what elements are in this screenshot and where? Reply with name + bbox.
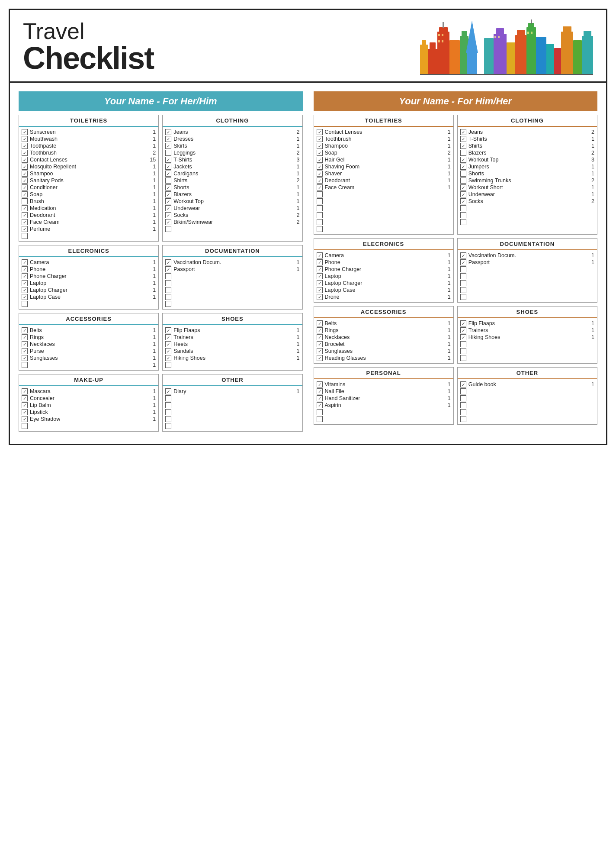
checkbox[interactable]: [460, 348, 466, 354]
checkbox[interactable]: [165, 178, 171, 184]
checkbox[interactable]: [317, 273, 323, 279]
checkbox[interactable]: [165, 219, 171, 225]
checkbox[interactable]: [460, 327, 466, 333]
checkbox[interactable]: [460, 164, 466, 170]
checkbox[interactable]: [460, 416, 466, 422]
checkbox[interactable]: [317, 355, 323, 361]
checkbox[interactable]: [22, 334, 28, 340]
checkbox[interactable]: [22, 150, 28, 156]
checkbox[interactable]: [317, 266, 323, 272]
checkbox[interactable]: [460, 198, 466, 204]
checkbox[interactable]: [317, 157, 323, 163]
checkbox[interactable]: [317, 191, 323, 197]
checkbox[interactable]: [460, 191, 466, 197]
checkbox[interactable]: [460, 355, 466, 361]
checkbox[interactable]: [317, 334, 323, 340]
checkbox[interactable]: [317, 388, 323, 394]
checkbox[interactable]: [165, 157, 171, 163]
checkbox[interactable]: [165, 259, 171, 265]
checkbox[interactable]: [22, 219, 28, 225]
checkbox[interactable]: [460, 259, 466, 265]
checkbox[interactable]: [22, 191, 28, 197]
checkbox[interactable]: [460, 341, 466, 347]
checkbox[interactable]: [460, 252, 466, 258]
checkbox[interactable]: [317, 280, 323, 286]
checkbox[interactable]: [460, 273, 466, 279]
checkbox[interactable]: [22, 266, 28, 272]
checkbox[interactable]: [317, 381, 323, 387]
checkbox[interactable]: [460, 381, 466, 387]
checkbox[interactable]: [460, 157, 466, 163]
checkbox[interactable]: [317, 212, 323, 218]
checkbox[interactable]: [22, 259, 28, 265]
checkbox[interactable]: [317, 136, 323, 142]
checkbox[interactable]: [317, 219, 323, 225]
checkbox[interactable]: [165, 129, 171, 135]
checkbox[interactable]: [317, 164, 323, 170]
checkbox[interactable]: [165, 327, 171, 333]
checkbox[interactable]: [460, 388, 466, 394]
checkbox[interactable]: [22, 423, 28, 429]
checkbox[interactable]: [22, 327, 28, 333]
checkbox[interactable]: [165, 191, 171, 197]
checkbox[interactable]: [22, 171, 28, 177]
checkbox[interactable]: [22, 362, 28, 368]
checkbox[interactable]: [165, 362, 171, 368]
checkbox[interactable]: [165, 226, 171, 232]
checkbox[interactable]: [317, 198, 323, 204]
checkbox[interactable]: [460, 320, 466, 326]
checkbox[interactable]: [165, 212, 171, 218]
checkbox[interactable]: [165, 334, 171, 340]
checkbox[interactable]: [317, 171, 323, 177]
checkbox[interactable]: [165, 266, 171, 272]
checkbox[interactable]: [460, 178, 466, 184]
checkbox[interactable]: [165, 136, 171, 142]
checkbox[interactable]: [317, 416, 323, 422]
checkbox[interactable]: [22, 287, 28, 293]
checkbox[interactable]: [165, 402, 171, 408]
checkbox[interactable]: [317, 150, 323, 156]
checkbox[interactable]: [460, 334, 466, 340]
checkbox[interactable]: [460, 395, 466, 401]
checkbox[interactable]: [22, 402, 28, 408]
checkbox[interactable]: [22, 136, 28, 142]
checkbox[interactable]: [165, 164, 171, 170]
checkbox[interactable]: [22, 178, 28, 184]
checkbox[interactable]: [22, 348, 28, 354]
checkbox[interactable]: [460, 219, 466, 225]
checkbox[interactable]: [460, 150, 466, 156]
checkbox[interactable]: [317, 129, 323, 135]
checkbox[interactable]: [22, 355, 28, 361]
checkbox[interactable]: [317, 402, 323, 408]
checkbox[interactable]: [317, 327, 323, 333]
checkbox[interactable]: [317, 409, 323, 415]
checkbox[interactable]: [460, 212, 466, 218]
checkbox[interactable]: [22, 388, 28, 394]
checkbox[interactable]: [460, 294, 466, 300]
checkbox[interactable]: [165, 423, 171, 429]
checkbox[interactable]: [22, 294, 28, 300]
checkbox[interactable]: [22, 341, 28, 347]
checkbox[interactable]: [165, 171, 171, 177]
checkbox[interactable]: [165, 395, 171, 401]
checkbox[interactable]: [317, 226, 323, 232]
checkbox[interactable]: [165, 205, 171, 211]
checkbox[interactable]: [22, 280, 28, 286]
checkbox[interactable]: [317, 205, 323, 211]
checkbox[interactable]: [165, 301, 171, 307]
checkbox[interactable]: [22, 164, 28, 170]
checkbox[interactable]: [22, 212, 28, 218]
checkbox[interactable]: [165, 280, 171, 286]
checkbox[interactable]: [22, 273, 28, 279]
checkbox[interactable]: [22, 395, 28, 401]
checkbox[interactable]: [165, 341, 171, 347]
checkbox[interactable]: [460, 136, 466, 142]
checkbox[interactable]: [317, 143, 323, 149]
checkbox[interactable]: [165, 355, 171, 361]
checkbox[interactable]: [317, 395, 323, 401]
checkbox[interactable]: [22, 226, 28, 232]
checkbox[interactable]: [165, 348, 171, 354]
checkbox[interactable]: [165, 150, 171, 156]
checkbox[interactable]: [22, 184, 28, 190]
checkbox[interactable]: [22, 157, 28, 163]
